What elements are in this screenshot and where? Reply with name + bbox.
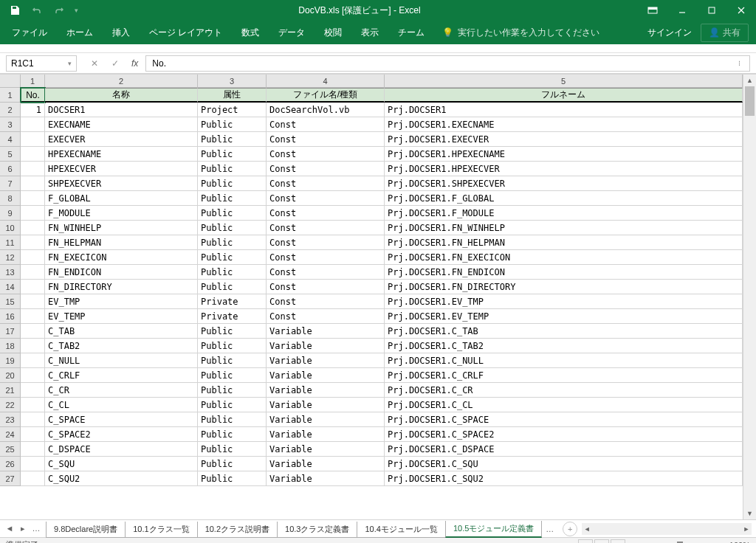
cell[interactable]: Private: [198, 309, 267, 324]
tab-pagelayout[interactable]: ページ レイアウト: [140, 22, 231, 44]
row-header[interactable]: 23: [0, 412, 21, 427]
cell[interactable]: Const: [267, 309, 385, 324]
cell[interactable]: Public: [198, 339, 267, 353]
row-header[interactable]: 17: [0, 324, 21, 339]
cell[interactable]: Const: [267, 294, 385, 309]
cell[interactable]: [21, 383, 45, 398]
scroll-down-icon[interactable]: ▼: [743, 508, 756, 519]
cell[interactable]: Prj.DOCSER1.FN_ENDICON: [385, 265, 743, 280]
cell[interactable]: Public: [198, 471, 267, 486]
cell[interactable]: DocSearchVol.vb: [267, 103, 385, 117]
tab-nav-more-icon[interactable]: …: [31, 524, 41, 533]
cell[interactable]: SHPEXECVER: [45, 176, 198, 191]
cell[interactable]: Prj.DOCSER1: [385, 103, 743, 117]
select-all-button[interactable]: [0, 75, 21, 87]
cell[interactable]: Public: [198, 442, 267, 457]
cell[interactable]: Prj.DOCSER1.C_CL: [385, 398, 743, 412]
horizontal-scrollbar[interactable]: ◄ ►: [582, 523, 752, 535]
cell[interactable]: Prj.DOCSER1.C_CR: [385, 383, 743, 398]
cell[interactable]: Public: [198, 147, 267, 162]
cell[interactable]: [21, 176, 45, 191]
cell[interactable]: HPEXECNAME: [45, 147, 198, 162]
cell[interactable]: Variable: [267, 324, 385, 339]
cell[interactable]: Prj.DOCSER1.EXECNAME: [385, 117, 743, 132]
row-header[interactable]: 15: [0, 294, 21, 309]
row-header[interactable]: 13: [0, 265, 21, 280]
scroll-up-icon[interactable]: ▲: [743, 75, 756, 86]
cell[interactable]: [21, 457, 45, 471]
cell[interactable]: Public: [198, 383, 267, 398]
row-header[interactable]: 24: [0, 427, 21, 442]
tab-insert[interactable]: 挿入: [103, 22, 139, 44]
cancel-formula-button[interactable]: ✕: [86, 55, 103, 72]
cell[interactable]: Public: [198, 162, 267, 176]
ribbon-display-button[interactable]: [638, 0, 667, 21]
cell[interactable]: Public: [198, 221, 267, 235]
tab-team[interactable]: チーム: [389, 22, 433, 44]
scrollbar-thumb[interactable]: [745, 86, 755, 116]
cell[interactable]: C_CL: [45, 398, 198, 412]
cell[interactable]: Public: [198, 132, 267, 147]
zoom-in-button[interactable]: +: [720, 541, 724, 544]
tab-review[interactable]: 校閲: [315, 22, 351, 44]
row-header[interactable]: 9: [0, 206, 21, 221]
cell[interactable]: C_TAB: [45, 324, 198, 339]
cell[interactable]: Variable: [267, 457, 385, 471]
cell[interactable]: Variable: [267, 471, 385, 486]
col-header[interactable]: 1: [21, 75, 45, 87]
cell[interactable]: DOCSER1: [45, 103, 198, 117]
cell[interactable]: [21, 117, 45, 132]
row-header[interactable]: 25: [0, 442, 21, 457]
cell[interactable]: EXECNAME: [45, 117, 198, 132]
row-header[interactable]: 21: [0, 383, 21, 398]
cell[interactable]: フルネーム: [385, 88, 743, 103]
cell[interactable]: Prj.DOCSER1.C_TAB: [385, 324, 743, 339]
chevron-down-icon[interactable]: ▾: [68, 60, 72, 67]
cell[interactable]: Public: [198, 412, 267, 427]
cell[interactable]: Public: [198, 353, 267, 368]
row-header[interactable]: 4: [0, 132, 21, 147]
cell[interactable]: C_TAB2: [45, 339, 198, 353]
row-header[interactable]: 26: [0, 457, 21, 471]
cell[interactable]: [21, 280, 45, 294]
cell[interactable]: Public: [198, 265, 267, 280]
cell[interactable]: [21, 294, 45, 309]
row-header[interactable]: 11: [0, 235, 21, 250]
cell[interactable]: Variable: [267, 368, 385, 383]
row-header[interactable]: 14: [0, 280, 21, 294]
cell[interactable]: Public: [198, 280, 267, 294]
cell[interactable]: Prj.DOCSER1.FN_HELPMAN: [385, 235, 743, 250]
row-header[interactable]: 3: [0, 117, 21, 132]
cell[interactable]: [21, 324, 45, 339]
cell[interactable]: C_CR: [45, 383, 198, 398]
sheet-tab[interactable]: 10.5モジュール定義書: [445, 521, 542, 538]
add-sheet-button[interactable]: +: [563, 522, 577, 536]
cell[interactable]: Const: [267, 235, 385, 250]
cell[interactable]: Const: [267, 206, 385, 221]
cell[interactable]: HPEXECVER: [45, 162, 198, 176]
cell[interactable]: [21, 398, 45, 412]
cell[interactable]: 1: [21, 103, 45, 117]
cell[interactable]: [21, 250, 45, 265]
cell[interactable]: C_SPACE2: [45, 427, 198, 442]
cell[interactable]: [21, 412, 45, 427]
cell[interactable]: C_NULL: [45, 353, 198, 368]
cell[interactable]: Public: [198, 191, 267, 206]
cell[interactable]: Prj.DOCSER1.FN_EXECICON: [385, 250, 743, 265]
formula-input[interactable]: No. ⁞: [145, 55, 750, 72]
cell[interactable]: [21, 442, 45, 457]
cell[interactable]: Public: [198, 427, 267, 442]
cell[interactable]: [21, 206, 45, 221]
row-header[interactable]: 19: [0, 353, 21, 368]
cell[interactable]: Private: [198, 294, 267, 309]
page-break-button[interactable]: ▥: [611, 539, 625, 544]
cell[interactable]: Const: [267, 280, 385, 294]
cell[interactable]: [21, 309, 45, 324]
row-header[interactable]: 12: [0, 250, 21, 265]
scroll-left-icon[interactable]: ◄: [582, 525, 592, 533]
cell[interactable]: Const: [267, 265, 385, 280]
tab-home[interactable]: ホーム: [58, 22, 102, 44]
cell[interactable]: ファイル名/種類: [267, 88, 385, 103]
row-header[interactable]: 6: [0, 162, 21, 176]
cell[interactable]: [21, 221, 45, 235]
